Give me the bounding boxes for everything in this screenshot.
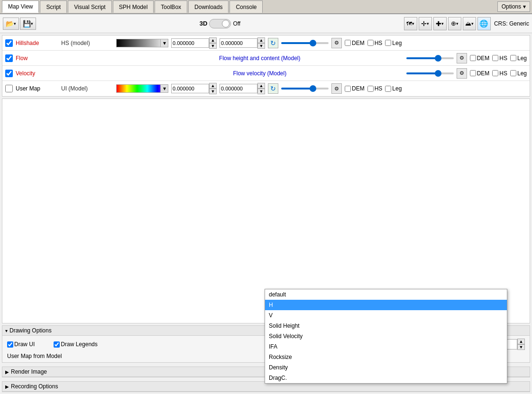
- layer-icon-button[interactable]: 🗺 ▾: [404, 17, 417, 30]
- velocity-dem-check[interactable]: [470, 70, 476, 76]
- globe-button[interactable]: 🌐: [477, 17, 491, 30]
- flow-leg-check[interactable]: [510, 55, 516, 61]
- dropdown-item-v[interactable]: V: [265, 310, 507, 321]
- dropdown-arrow-icon: ▾: [14, 21, 16, 26]
- ui-scale-down[interactable]: ▼: [517, 344, 525, 350]
- hillshade-min-up[interactable]: ▲: [209, 37, 217, 43]
- dropdown-item-density[interactable]: Density: [265, 362, 507, 373]
- save-button[interactable]: 💾 ▾: [20, 18, 36, 30]
- folder-icon: 📂: [6, 20, 14, 27]
- usermap-hs-check[interactable]: [367, 86, 374, 92]
- zoom-out-button[interactable]: ✚ ▾: [433, 17, 447, 30]
- usermap-max-down[interactable]: ▼: [257, 89, 265, 94]
- flow-name: Flow: [16, 55, 58, 62]
- hillshade-hs-check[interactable]: [367, 40, 374, 46]
- flow-checkbox[interactable]: [5, 54, 13, 62]
- gradient-dropdown-btn[interactable]: ▾: [160, 39, 168, 47]
- usermap-gradient[interactable]: ▾: [116, 84, 168, 93]
- velocity-desc: Flow velocity (Model): [116, 70, 404, 77]
- hillshade-name: Hillshade: [16, 40, 58, 46]
- flow-opacity-slider[interactable]: [406, 57, 454, 59]
- usermap-min-down[interactable]: ▼: [209, 89, 217, 94]
- usermap-checkbox[interactable]: [5, 85, 13, 92]
- draw-ui-check[interactable]: [7, 341, 13, 348]
- tab-console[interactable]: Console: [229, 0, 263, 13]
- flow-hs-check[interactable]: [492, 55, 498, 61]
- ui-scale-up[interactable]: ▲: [517, 339, 525, 344]
- hillshade-settings-btn[interactable]: ⚙: [331, 38, 342, 48]
- dropdown-arrow-icon2: ▾: [31, 21, 33, 26]
- flow-hs-label: HS: [492, 55, 507, 62]
- toolbar: 📂 ▾ 💾 ▾ 3D Off 🗺 ▾ ✛ ▾: [0, 14, 532, 33]
- hillshade-hs-label: HS: [367, 40, 383, 46]
- dropdown-item-default[interactable]: default: [265, 289, 507, 300]
- velocity-checkbox[interactable]: [5, 70, 13, 77]
- toolbar-left: 📂 ▾ 💾 ▾: [3, 18, 36, 30]
- usermap-dem-check[interactable]: [345, 86, 351, 92]
- draw-legends-label: Draw Legends: [54, 341, 97, 348]
- tab-visual-script[interactable]: Visual Script: [68, 0, 111, 13]
- hillshade-max-input[interactable]: [220, 38, 257, 48]
- usermap-leg-check[interactable]: [385, 86, 391, 92]
- usermap-max-input[interactable]: [220, 84, 257, 93]
- hillshade-checkbox[interactable]: [5, 39, 13, 47]
- hillshade-min-input[interactable]: [171, 38, 209, 48]
- off-label: Off: [233, 20, 240, 27]
- tab-sph-model[interactable]: SPH Model: [113, 0, 154, 13]
- dropdown-item-solid-velocity[interactable]: Solid Velocity: [265, 331, 507, 341]
- usermap-refresh-btn[interactable]: ↻: [268, 83, 278, 94]
- dropdown-item-h[interactable]: H: [265, 300, 507, 310]
- terrain-button[interactable]: ⛰ ▾: [463, 17, 476, 30]
- dropdown-item-rocksize[interactable]: Rocksize: [265, 352, 507, 362]
- usermap-settings-btn[interactable]: ⚙: [331, 83, 342, 94]
- velocity-leg-check[interactable]: [510, 70, 516, 76]
- tab-toolbox[interactable]: ToolBox: [155, 0, 187, 13]
- flow-desc: Flow height and content (Model): [116, 55, 404, 62]
- usermap-leg-label: Leg: [385, 85, 402, 92]
- hillshade-refresh-btn[interactable]: ↻: [268, 38, 278, 48]
- tab-map-view[interactable]: Map View: [2, 0, 39, 13]
- zoom-button[interactable]: ✛ ▾: [419, 17, 432, 30]
- hillshade-dem-check[interactable]: [345, 40, 351, 46]
- draw-ui-label: Draw UI: [7, 341, 35, 348]
- usermap-min-up[interactable]: ▲: [209, 83, 217, 89]
- hillshade-max-down[interactable]: ▼: [257, 43, 265, 49]
- flow-dem-check[interactable]: [470, 55, 476, 61]
- usermap-min-input[interactable]: [171, 84, 209, 93]
- usermap-opacity-slider[interactable]: [281, 88, 329, 90]
- tab-downloads[interactable]: Downloads: [188, 0, 229, 13]
- tab-script[interactable]: Script: [40, 0, 67, 13]
- globe-icon: 🌐: [479, 19, 488, 28]
- hillshade-leg-label: Leg: [385, 40, 402, 46]
- velocity-opacity-slider[interactable]: [406, 72, 454, 74]
- hillshade-opacity-slider[interactable]: [281, 42, 329, 44]
- user-map-label: User Map from Model: [7, 353, 62, 359]
- drawing-options-chevron: ▾: [5, 328, 8, 333]
- options-button[interactable]: Options ▾: [497, 1, 530, 12]
- flow-settings-btn[interactable]: ⚙: [457, 53, 467, 63]
- dropdown-item-solid-height[interactable]: Solid Height: [265, 321, 507, 331]
- usermap-max-up[interactable]: ▲: [257, 83, 265, 89]
- save-icon: 💾: [23, 20, 31, 27]
- usermap-gradient-dropdown-btn[interactable]: ▾: [160, 85, 168, 92]
- dropdown-item-ifa[interactable]: IFA: [265, 341, 507, 352]
- navigate-button[interactable]: ⊕ ▾: [448, 17, 461, 30]
- dropdown-item-dragc[interactable]: DragC.: [265, 373, 507, 383]
- 3d-toggle-switch[interactable]: [209, 19, 231, 28]
- hillshade-min-down[interactable]: ▼: [209, 43, 217, 49]
- flow-leg-label: Leg: [510, 55, 527, 62]
- usermap-min-spin: ▲ ▼: [171, 83, 217, 94]
- open-button[interactable]: 📂 ▾: [3, 18, 19, 30]
- velocity-dem-label: DEM: [470, 70, 490, 77]
- velocity-settings-btn[interactable]: ⚙: [457, 68, 467, 79]
- hillshade-slider-container: [281, 42, 329, 44]
- draw-legends-check[interactable]: [54, 341, 60, 348]
- toolbar-right: 🗺 ▾ ✛ ▾ ✚ ▾ ⊕ ▾ ⛰ ▾ 🌐 CRS: Generic: [404, 17, 529, 30]
- draw-legends-text: Draw Legends: [61, 341, 97, 348]
- flow-slider-container: [406, 57, 454, 59]
- hillshade-leg-check[interactable]: [385, 40, 391, 46]
- hillshade-gradient[interactable]: ▾: [116, 39, 168, 47]
- velocity-hs-check[interactable]: [492, 70, 498, 76]
- hillshade-max-up[interactable]: ▲: [257, 37, 265, 43]
- layer-row-velocity: Velocity Flow velocity (Model) ⚙ DEM HS …: [2, 66, 530, 81]
